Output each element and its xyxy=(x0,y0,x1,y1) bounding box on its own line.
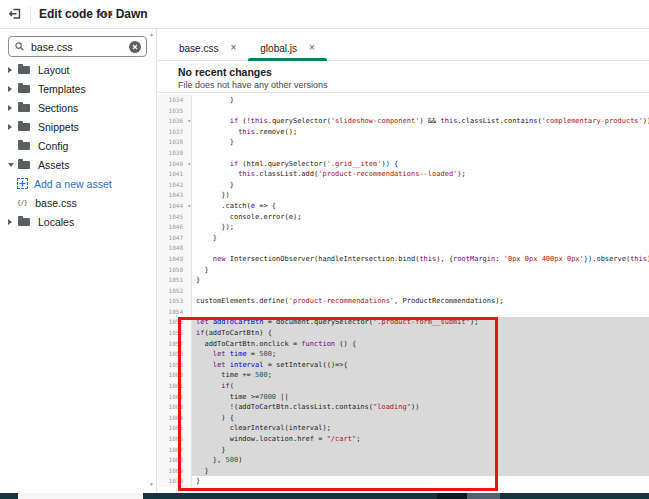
code-text[interactable]: customElements.define('product-recommend… xyxy=(192,296,649,307)
bottom-bar-dark-segment xyxy=(437,493,467,499)
line-number: 1063 xyxy=(158,402,192,413)
code-text[interactable]: .catch(e => { xyxy=(192,201,649,212)
line-number: 1051 xyxy=(158,275,192,286)
scroll-up-icon[interactable]: ▲ xyxy=(149,32,154,37)
sidebar-item-layout[interactable]: Layout xyxy=(0,60,150,79)
more-actions-button[interactable]: ••• xyxy=(95,6,118,22)
scroll-down-icon[interactable]: ▼ xyxy=(149,482,154,487)
line-number: 1052 xyxy=(158,286,192,297)
line-number: 1047 xyxy=(158,233,192,244)
code-text[interactable]: ) { xyxy=(192,413,649,424)
tab-close-icon[interactable]: × xyxy=(309,43,315,53)
line-number: 1059 xyxy=(158,360,192,371)
code-text[interactable]: if(addToCartBtn) { xyxy=(192,328,649,339)
code-text[interactable]: } xyxy=(192,233,649,244)
sidebar-item-assets[interactable]: Assets xyxy=(0,155,150,174)
banner-subtitle: File does not have any other versions xyxy=(178,80,649,90)
code-text[interactable]: }); xyxy=(192,222,649,233)
fold-icon[interactable]: ▾ xyxy=(187,159,191,168)
sidebar-item-label: Snippets xyxy=(38,121,79,133)
chevron-right-icon xyxy=(8,219,18,225)
code-editor[interactable]: 1034 }10351036▾ if (!this.querySelector(… xyxy=(158,93,649,493)
code-text[interactable]: let addToCartBtn = document.querySelecto… xyxy=(192,317,649,328)
sidebar-item-config[interactable]: Config xyxy=(0,136,150,155)
code-text[interactable]: let time = 500; xyxy=(192,349,649,360)
code-text[interactable]: }) xyxy=(192,190,649,201)
code-text[interactable] xyxy=(192,148,649,159)
code-text[interactable]: new IntersectionObserver(handleIntersect… xyxy=(192,254,649,265)
code-line: 1051} xyxy=(158,275,649,286)
code-text[interactable]: let interval = setInterval(()=>{ xyxy=(192,360,649,371)
bottom-scrollbar-thumb[interactable] xyxy=(467,493,500,499)
code-text[interactable]: !(addToCartBtn.classList.contains("loadi… xyxy=(192,402,649,413)
code-text[interactable]: if( xyxy=(192,381,649,392)
code-text[interactable]: } xyxy=(192,265,649,276)
line-number: 1039 xyxy=(158,148,192,159)
sidebar-item-base-css[interactable]: {/}base.css xyxy=(0,193,150,212)
code-line: 1047 } xyxy=(158,233,649,244)
fold-icon[interactable]: ▾ xyxy=(187,116,191,125)
line-number: 1060 xyxy=(158,370,192,381)
code-text[interactable]: } xyxy=(192,476,649,487)
page-title: Edit code for Dawn xyxy=(39,0,148,28)
sidebar-item-label: Layout xyxy=(38,64,70,76)
exit-button[interactable] xyxy=(6,5,25,24)
sidebar-item-label: Sections xyxy=(38,102,78,114)
sidebar-item-snippets[interactable]: Snippets xyxy=(0,117,150,136)
folder-icon xyxy=(18,66,30,74)
tab-bar: base.css×global.js× xyxy=(158,29,649,61)
code-text[interactable]: addToCartBtn.onclick = function () { xyxy=(192,339,649,350)
line-number: 1043 xyxy=(158,190,192,201)
code-text[interactable]: }, 500) xyxy=(192,455,649,466)
code-text[interactable]: this.classList.add('product-recommendati… xyxy=(192,169,649,180)
fold-icon[interactable]: ▾ xyxy=(187,201,191,210)
code-text[interactable] xyxy=(192,286,649,297)
line-number: 1036▾ xyxy=(158,116,192,127)
close-icon xyxy=(129,41,141,53)
code-text[interactable]: console.error(e); xyxy=(192,212,649,223)
line-number: 1056 xyxy=(158,328,192,339)
file-sidebar: LayoutTemplatesSectionsSnippetsConfigAss… xyxy=(0,29,157,493)
code-line: 1065 clearInterval(interval); xyxy=(158,423,649,434)
tab-close-icon[interactable]: × xyxy=(230,43,236,53)
line-number: 1034 xyxy=(158,95,192,106)
code-line: 1042 } xyxy=(158,180,649,191)
code-text[interactable]: } xyxy=(192,275,649,286)
code-line: 1044▾ .catch(e => { xyxy=(158,201,649,212)
line-number: 1049 xyxy=(158,254,192,265)
tab-base-css[interactable]: base.css× xyxy=(167,36,248,60)
code-text[interactable] xyxy=(192,307,649,318)
code-text[interactable]: } xyxy=(192,95,649,106)
line-number: 1035 xyxy=(158,106,192,117)
header-divider xyxy=(30,6,31,23)
sidebar-item-add-a-new-asset[interactable]: Add a new asset xyxy=(0,174,150,193)
sidebar-item-templates[interactable]: Templates xyxy=(0,79,150,98)
code-text[interactable]: this.remove(); xyxy=(192,127,649,138)
code-text[interactable]: } xyxy=(192,137,649,148)
code-line: 1046 }); xyxy=(158,222,649,233)
sidebar-item-sections[interactable]: Sections xyxy=(0,98,150,117)
code-text[interactable] xyxy=(192,243,649,254)
code-text[interactable]: } xyxy=(192,445,649,456)
line-number: 1069 xyxy=(158,466,192,477)
clear-search-button[interactable] xyxy=(129,41,141,53)
code-text[interactable]: clearInterval(interval); xyxy=(192,423,649,434)
code-line: 1056if(addToCartBtn) { xyxy=(158,328,649,339)
line-number: 1046 xyxy=(158,222,192,233)
code-text[interactable]: time >=7000 || xyxy=(192,392,649,403)
chevron-right-icon xyxy=(8,124,18,130)
line-number: 1067 xyxy=(158,445,192,456)
sidebar-item-locales[interactable]: Locales xyxy=(0,212,150,231)
code-text[interactable]: } xyxy=(192,180,649,191)
code-text[interactable]: if (!this.querySelector('slideshow-compo… xyxy=(192,116,649,127)
tab-global-js[interactable]: global.js× xyxy=(248,36,327,60)
code-text[interactable]: if (html.querySelector('.grid__item')) { xyxy=(192,159,649,170)
code-text[interactable]: } xyxy=(192,466,649,477)
code-text[interactable] xyxy=(192,106,649,117)
search-input[interactable] xyxy=(29,40,129,54)
code-text[interactable]: time += 500; xyxy=(192,370,649,381)
line-number: 1062 xyxy=(158,392,192,403)
code-text[interactable]: window.location.href = "/cart"; xyxy=(192,434,649,445)
line-number: 1040▾ xyxy=(158,159,192,170)
code-line: 1069 } xyxy=(158,466,649,477)
